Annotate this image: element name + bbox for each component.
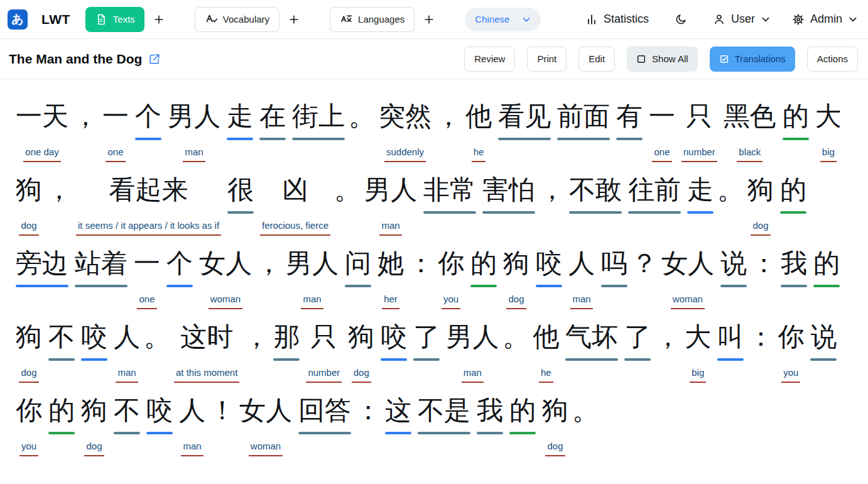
word[interactable]: 凶ferocious, fierce: [260, 173, 330, 236]
word[interactable]: 前面: [557, 100, 610, 140]
word[interactable]: 一one: [649, 100, 675, 162]
word[interactable]: 狗dog: [747, 173, 774, 236]
word[interactable]: 你you: [778, 321, 804, 383]
add-text-button[interactable]: [148, 9, 170, 30]
actions-button[interactable]: Actions: [807, 47, 858, 72]
word[interactable]: 只number: [681, 100, 717, 162]
edit-button[interactable]: Edit: [578, 47, 615, 72]
word[interactable]: 人man: [568, 247, 595, 309]
word[interactable]: 男人man: [168, 100, 220, 162]
word[interactable]: 一天one day: [16, 100, 68, 162]
add-vocabulary-button[interactable]: [283, 9, 305, 30]
word[interactable]: 男人man: [286, 247, 339, 309]
word[interactable]: 一one: [102, 100, 129, 162]
word[interactable]: 女人woman: [199, 247, 252, 309]
word[interactable]: 不: [114, 394, 140, 434]
add-language-button[interactable]: [418, 9, 440, 30]
word[interactable]: 个: [135, 100, 161, 140]
word[interactable]: 说: [720, 247, 747, 287]
word[interactable]: 往前: [628, 173, 681, 214]
word[interactable]: 了: [413, 321, 440, 361]
word[interactable]: 一one: [134, 247, 160, 309]
external-link-icon[interactable]: [149, 53, 160, 65]
word[interactable]: 女人woman: [239, 394, 292, 456]
statistics-link[interactable]: Statistics: [585, 13, 649, 26]
word[interactable]: 这时at this moment: [174, 321, 239, 383]
word[interactable]: 黑色black: [724, 100, 776, 162]
word[interactable]: 不敢: [569, 173, 622, 214]
word[interactable]: 回答: [298, 394, 351, 434]
word[interactable]: 旁边: [16, 247, 68, 287]
word[interactable]: 男人man: [364, 173, 417, 236]
word[interactable]: 人man: [179, 394, 205, 456]
word[interactable]: 个: [166, 247, 193, 287]
texts-button[interactable]: Texts: [85, 7, 144, 32]
print-button[interactable]: Print: [527, 47, 567, 72]
word[interactable]: 狗dog: [16, 173, 42, 236]
word[interactable]: 这: [385, 394, 411, 434]
word[interactable]: 咬: [381, 321, 407, 361]
word[interactable]: 不: [48, 321, 75, 361]
dark-mode-toggle[interactable]: [670, 9, 692, 30]
word[interactable]: 大big: [815, 100, 842, 162]
word[interactable]: 男人man: [446, 321, 499, 383]
word-translation: dog: [19, 367, 38, 383]
brand[interactable]: LWT: [41, 12, 70, 27]
word[interactable]: 走: [227, 100, 253, 140]
word[interactable]: 那: [273, 321, 300, 361]
word[interactable]: 女人woman: [661, 247, 714, 309]
word[interactable]: 他he: [465, 100, 492, 162]
word[interactable]: 站着: [75, 247, 127, 287]
word[interactable]: 走: [687, 173, 713, 214]
word[interactable]: 狗dog: [542, 394, 568, 456]
word[interactable]: 狗dog: [348, 321, 374, 383]
word[interactable]: 叫: [717, 321, 744, 361]
word[interactable]: 问: [345, 247, 371, 287]
word[interactable]: 狗dog: [16, 321, 42, 383]
word[interactable]: 你you: [438, 247, 464, 309]
word[interactable]: 我: [477, 394, 503, 434]
word[interactable]: 的: [470, 247, 497, 287]
review-button[interactable]: Review: [464, 47, 515, 72]
word[interactable]: 的: [783, 100, 809, 140]
word[interactable]: 咬: [536, 247, 562, 287]
word[interactable]: 你you: [16, 394, 42, 456]
word[interactable]: 的: [509, 394, 536, 434]
word[interactable]: 害怕: [482, 173, 535, 214]
word[interactable]: 不是: [418, 394, 470, 434]
app-logo[interactable]: あ: [8, 9, 28, 30]
word[interactable]: 只number: [306, 321, 342, 383]
word[interactable]: 看起来it seems / it appears / it looks as i…: [76, 173, 221, 236]
word[interactable]: 在: [259, 100, 286, 140]
word[interactable]: 很: [227, 173, 254, 214]
word[interactable]: 非常: [423, 173, 476, 214]
word[interactable]: 我: [781, 247, 807, 287]
word[interactable]: 人man: [114, 321, 140, 383]
word[interactable]: 大big: [685, 321, 711, 383]
word[interactable]: 吗: [601, 247, 627, 287]
word[interactable]: 街上: [292, 100, 345, 140]
word[interactable]: 了: [624, 321, 651, 361]
word-text: ，: [539, 173, 565, 206]
word[interactable]: 突然suddenly: [379, 100, 431, 162]
word[interactable]: 狗dog: [81, 394, 107, 456]
word[interactable]: 咬: [146, 394, 173, 434]
user-menu[interactable]: User: [713, 13, 771, 26]
word[interactable]: 气坏: [565, 321, 618, 361]
word[interactable]: 咬: [81, 321, 107, 361]
vocabulary-button[interactable]: Vocabulary: [195, 7, 279, 32]
translations-toggle[interactable]: Translations: [710, 47, 795, 72]
word[interactable]: 的: [780, 173, 806, 214]
languages-button[interactable]: Languages: [330, 7, 415, 32]
word[interactable]: 有: [616, 100, 643, 140]
word[interactable]: 狗dog: [503, 247, 529, 309]
word[interactable]: 的: [48, 394, 75, 434]
word[interactable]: 的: [813, 247, 840, 287]
word[interactable]: 他he: [533, 321, 559, 383]
word[interactable]: 看见: [498, 100, 551, 140]
show-all-toggle[interactable]: Show All: [627, 47, 698, 72]
word[interactable]: 说: [810, 321, 837, 361]
admin-menu[interactable]: Admin: [792, 13, 858, 26]
word[interactable]: 她her: [377, 247, 404, 309]
language-selector[interactable]: Chinese: [465, 8, 541, 31]
